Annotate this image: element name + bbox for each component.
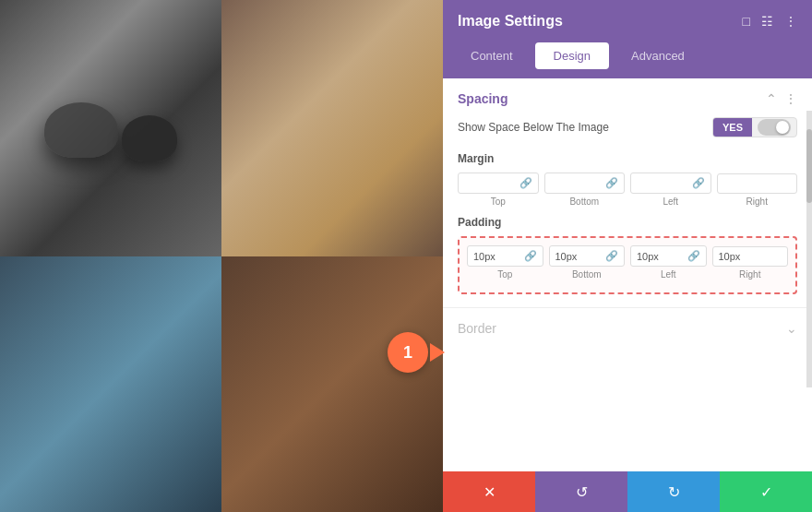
redo-icon: ↻ [668,483,680,501]
border-section[interactable]: Border ⌄ [443,308,812,349]
margin-left-label: Left [663,196,678,207]
padding-bottom-link-icon[interactable]: 🔗 [605,250,618,262]
padding-bottom-group: 🔗 Bottom [549,245,626,280]
collapse-icon[interactable]: ⌃ [766,91,777,106]
image-gallery [0,0,443,512]
padding-input-row: 🔗 Top 🔗 Bottom [467,245,788,280]
bottom-toolbar: ✕ ↺ ↻ ✓ [443,471,812,512]
padding-top-link-icon[interactable]: 🔗 [524,250,537,262]
step-number: 1 [403,343,412,363]
margin-top-label: Top [491,196,506,207]
scroll-bar [806,111,812,387]
gallery-image-dark-pots [221,256,443,513]
margin-bottom-link-icon[interactable]: 🔗 [605,177,618,189]
gallery-image-blue-bowl [0,256,221,513]
padding-top-group: 🔗 Top [467,245,543,280]
margin-left-link-icon[interactable]: 🔗 [692,177,705,189]
show-space-toggle[interactable]: YES [712,117,797,137]
padding-right-label: Right [739,269,760,280]
tab-design[interactable]: Design [535,42,609,69]
margin-left-group: 🔗 Left [630,173,711,207]
toggle-yes-label: YES [713,118,752,137]
settings-panel: Image Settings □ ☷ ⋮ Content Design Adva… [443,0,812,512]
margin-left-input[interactable] [637,178,692,189]
padding-left-group: 🔗 Left [630,245,707,280]
margin-bottom-wrapper: 🔗 [544,173,626,194]
margin-right-group: Right [717,173,798,207]
undo-icon: ↺ [576,483,588,501]
margin-bottom-label: Bottom [569,196,599,207]
padding-left-wrapper: 🔗 [630,245,707,267]
padding-right-wrapper [712,246,789,267]
padding-heading: Padding [458,216,797,229]
border-title: Border [458,321,496,336]
undo-button[interactable]: ↺ [535,471,627,512]
panel-body: Spacing ⌃ ⋮ Show Space Below The Image Y… [443,78,812,471]
padding-right-input[interactable] [719,251,782,262]
scroll-thumb[interactable] [806,129,812,203]
padding-top-label: Top [497,269,512,280]
margin-left-wrapper: 🔗 [630,173,711,194]
redo-button[interactable]: ↻ [627,471,720,512]
margin-bottom-input[interactable] [551,178,606,189]
save-icon: ✓ [760,483,772,501]
gallery-image-pottery-hand [221,0,443,256]
margin-right-label: Right [746,196,768,207]
margin-input-row: 🔗 Top 🔗 Bottom 🔗 Left [458,173,797,207]
copy-icon[interactable]: □ [743,14,750,29]
spacing-section-controls: ⌃ ⋮ [766,91,797,106]
padding-left-link-icon[interactable]: 🔗 [687,250,700,262]
columns-icon[interactable]: ☷ [761,14,773,29]
margin-top-group: 🔗 Top [458,173,539,207]
panel-header: Image Settings □ ☷ ⋮ [443,0,812,42]
cancel-button[interactable]: ✕ [443,471,535,512]
padding-top-wrapper: 🔗 [467,245,543,267]
arrow-pointer [430,343,445,362]
padding-left-label: Left [661,269,676,280]
tab-advanced[interactable]: Advanced [613,42,703,69]
show-space-row: Show Space Below The Image YES [458,117,797,137]
more-icon[interactable]: ⋮ [784,14,797,29]
margin-top-link-icon[interactable]: 🔗 [519,177,532,189]
arrow-overlay: 1 [388,332,445,373]
chevron-down-icon: ⌄ [786,321,797,336]
padding-bottom-input[interactable] [555,251,606,262]
tab-bar: Content Design Advanced [443,42,812,78]
panel-header-icons: □ ☷ ⋮ [743,14,797,29]
padding-dashed-box: 🔗 Top 🔗 Bottom [458,236,797,294]
padding-bottom-label: Bottom [572,269,602,280]
margin-heading: Margin [458,152,797,165]
padding-left-input[interactable] [637,251,687,262]
padding-top-input[interactable] [473,251,524,262]
spacing-section: Spacing ⌃ ⋮ Show Space Below The Image Y… [443,78,812,308]
spacing-header: Spacing ⌃ ⋮ [458,91,797,106]
step-badge: 1 [388,332,428,373]
spacing-title: Spacing [458,91,508,106]
spacing-more-icon[interactable]: ⋮ [784,91,797,106]
padding-container: Padding 🔗 Top � [458,216,797,294]
margin-top-input[interactable] [464,178,519,189]
margin-bottom-group: 🔗 Bottom [544,173,626,207]
panel-title: Image Settings [458,13,563,30]
margin-right-wrapper [717,173,798,194]
cancel-icon: ✕ [484,483,496,501]
save-button[interactable]: ✓ [720,471,812,512]
tab-content[interactable]: Content [452,42,531,69]
padding-right-group: Right [712,246,789,280]
margin-top-wrapper: 🔗 [458,173,539,194]
padding-bottom-wrapper: 🔗 [549,245,626,267]
show-space-label: Show Space Below The Image [458,121,609,134]
gallery-image-bw-cups [0,0,221,256]
toggle-thumb [776,121,789,134]
margin-right-input[interactable] [723,178,792,189]
toggle-track [758,119,791,136]
